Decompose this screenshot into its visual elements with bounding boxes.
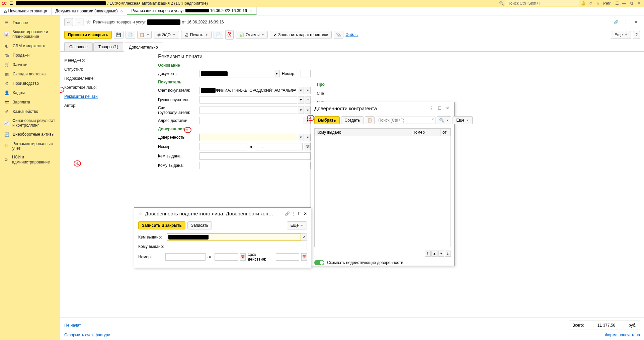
dropdown-icon[interactable]: ▼: [298, 107, 304, 114]
tab-home[interactable]: Начальная страница: [0, 7, 52, 15]
link-icon[interactable]: 🔗: [285, 211, 290, 216]
scroll-down-icon[interactable]: ▼: [438, 251, 444, 257]
close-window-icon[interactable]: ✕: [636, 0, 642, 6]
help-button[interactable]: ?: [633, 31, 640, 39]
poa-date-field[interactable]: [256, 143, 303, 150]
calendar-icon[interactable]: 📅: [301, 253, 307, 261]
minimize-icon[interactable]: —: [621, 0, 627, 6]
save-button[interactable]: 💾: [114, 31, 124, 39]
scroll-bottom-icon[interactable]: ⤓: [445, 251, 451, 257]
dropdown-icon[interactable]: ▼: [305, 117, 311, 124]
copy-button[interactable]: 📋▼: [137, 31, 152, 39]
person-validity-field[interactable]: [276, 253, 299, 261]
issued-to-field[interactable]: [199, 162, 311, 169]
more-button[interactable]: Еще▼: [611, 31, 631, 39]
menu-icon[interactable]: ☰: [9, 1, 13, 6]
person-issued-to-field[interactable]: [167, 243, 307, 250]
sidebar-item-6[interactable]: ⚙Производство: [0, 79, 60, 88]
scroll-top-icon[interactable]: ⤒: [425, 251, 431, 257]
link-icon[interactable]: 🔗: [612, 18, 620, 26]
create-button[interactable]: Создать: [341, 116, 364, 124]
consignee-account-field[interactable]: [199, 107, 297, 114]
print-button[interactable]: 🖨 Печать▼: [181, 31, 212, 39]
number-field[interactable]: [301, 70, 311, 77]
open-icon[interactable]: ↗: [305, 107, 311, 114]
open-icon[interactable]: ↗: [305, 96, 311, 104]
view-button[interactable]: 📄: [214, 31, 223, 39]
form-printed-link[interactable]: Форма напечатана: [605, 333, 640, 337]
sidebar-item-1[interactable]: 📊Бюджетирование и планирование: [0, 27, 60, 41]
select-button[interactable]: Выбрать: [314, 116, 340, 124]
settings-icon[interactable]: ☷: [614, 0, 620, 6]
sidebar-item-9[interactable]: ₽Казначейство: [0, 107, 60, 116]
reports-button[interactable]: 📊 Отчеты▼: [236, 31, 268, 39]
not-started-link[interactable]: Не начат: [64, 323, 81, 328]
kebab-icon[interactable]: ⋮: [428, 105, 435, 112]
tab-realization[interactable]: Реализация товаров и услуг 16.06.2022 16…: [127, 7, 257, 15]
sidebar-item-5[interactable]: ▦Склад и доставка: [0, 69, 60, 79]
clear-icon[interactable]: ✕: [431, 118, 434, 121]
dropdown-icon[interactable]: ▼: [298, 87, 304, 94]
dropdown-icon[interactable]: ▼: [274, 70, 280, 77]
hide-inactive-toggle[interactable]: [314, 260, 324, 265]
consignee-field[interactable]: [199, 96, 297, 104]
trustees-table[interactable]: Кому выдано ↓ Номер от: [314, 128, 451, 247]
user-name[interactable]: Petr: [603, 1, 611, 6]
global-search-input[interactable]: [505, 0, 579, 6]
attach-button[interactable]: 📎: [334, 31, 343, 39]
col-issued-to[interactable]: Кому выдано ↓: [315, 129, 410, 136]
sidebar-item-12[interactable]: 📁Регламентированный учет: [0, 139, 60, 153]
open-icon[interactable]: ↗: [301, 233, 307, 241]
more-button[interactable]: Еще▼: [287, 221, 307, 229]
sidebar-item-10[interactable]: 📈Финансовый результат и контроллинг: [0, 116, 60, 130]
kebab-icon[interactable]: ⋮: [622, 18, 630, 26]
sidebar-item-2[interactable]: ◐CRM и маркетинг: [0, 41, 60, 51]
save-button[interactable]: Записать: [187, 221, 212, 229]
more-button[interactable]: Еще▼: [453, 116, 473, 124]
print-details-link[interactable]: Реквизиты печати: [64, 94, 98, 99]
delivery-field[interactable]: [199, 117, 304, 124]
favorite-icon[interactable]: ☆: [138, 210, 143, 217]
sidebar-item-0[interactable]: ☰Главное: [0, 18, 60, 27]
subtab-main[interactable]: Основное: [64, 42, 93, 51]
tab-sales-docs[interactable]: Документы продажи (накладные)✕: [52, 7, 128, 15]
sidebar-item-8[interactable]: 💳Зарплата: [0, 97, 60, 107]
col-number[interactable]: Номер: [410, 129, 440, 136]
open-icon[interactable]: ↗: [305, 87, 311, 94]
dropdown-icon[interactable]: ▼: [298, 134, 304, 141]
copy-button[interactable]: 📋: [365, 116, 375, 124]
files-link[interactable]: Файлы: [345, 32, 358, 37]
calendar-icon[interactable]: 📅: [305, 143, 311, 150]
close-icon[interactable]: ✕: [250, 9, 252, 12]
maximize-icon[interactable]: ☐: [298, 211, 302, 216]
person-number-field[interactable]: [165, 253, 206, 261]
history-icon[interactable]: ↻: [588, 0, 594, 6]
sidebar-item-4[interactable]: 🛒Закупки: [0, 60, 60, 69]
save-close-button[interactable]: Записать и закрыть: [138, 221, 185, 229]
calendar-icon[interactable]: 📅: [240, 253, 246, 261]
dropdown-icon[interactable]: ▼: [298, 96, 304, 104]
edo-button[interactable]: ⇄ ЭДО▼: [154, 31, 179, 39]
sidebar-item-3[interactable]: 🛍Продажи: [0, 51, 60, 60]
subtab-extra[interactable]: Дополнительно: [124, 43, 163, 52]
open-icon[interactable]: ↗: [305, 134, 311, 141]
scroll-up-icon[interactable]: ▲: [431, 251, 437, 257]
close-icon[interactable]: ✕: [444, 105, 451, 112]
star-icon[interactable]: ☆: [595, 0, 601, 6]
post-button[interactable]: 📑: [126, 31, 135, 39]
close-icon[interactable]: ✕: [304, 211, 307, 216]
trustee-search-input[interactable]: [376, 117, 435, 124]
bell-icon[interactable]: 🔔: [580, 0, 586, 6]
sidebar-item-11[interactable]: 🔄Внеоборотные активы: [0, 130, 60, 139]
post-and-close-button[interactable]: Провести и закрыть: [64, 31, 112, 39]
issued-by-field[interactable]: [199, 152, 311, 160]
search-button[interactable]: 🔍▼: [437, 116, 451, 124]
poa-number-field[interactable]: [199, 143, 246, 150]
favorite-icon[interactable]: ★: [86, 18, 91, 26]
subtab-goods[interactable]: Товары (1): [93, 42, 123, 51]
close-doc-icon[interactable]: ✕: [632, 18, 640, 26]
maximize-icon[interactable]: ☐: [436, 105, 443, 112]
sidebar-item-13[interactable]: ⚙НСИ и администрирование: [0, 153, 60, 166]
maximize-icon[interactable]: ⧉: [629, 0, 635, 6]
invoice-link[interactable]: Оформить счет-фактуру: [64, 333, 110, 337]
